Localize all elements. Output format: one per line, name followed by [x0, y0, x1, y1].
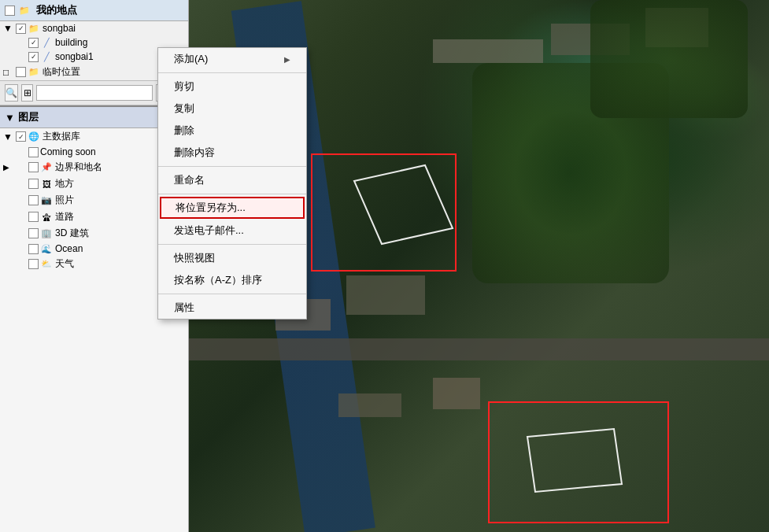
checkbox-songbai[interactable] [16, 24, 26, 34]
road-icon: 🛣 [40, 212, 53, 223]
menu-item-delete-content[interactable]: 删除内容 [158, 142, 306, 164]
label-borders: 边界和地名 [55, 161, 102, 174]
context-menu: 添加(A) 剪切 复制 删除 删除内容 重命名 将位置另存为... 发送电子邮件… [157, 47, 307, 320]
label-building: building [55, 37, 87, 48]
indent-db: ▼ [3, 131, 16, 142]
checkbox-songbai1[interactable] [28, 52, 39, 62]
label-photos: 照片 [55, 194, 74, 207]
label-coming-soon: Coming soon [40, 146, 96, 157]
menu-label-send-email: 发送电子邮件... [174, 224, 244, 238]
menu-item-send-email[interactable]: 发送电子邮件... [158, 220, 306, 242]
label-temp: 临时位置 [43, 65, 80, 79]
checkbox-3d-buildings[interactable] [28, 228, 39, 238]
menu-item-snapshot[interactable]: 快照视图 [158, 247, 306, 269]
checkbox-borders[interactable] [28, 162, 39, 172]
checkbox-roads[interactable] [28, 212, 39, 222]
separator-5 [158, 294, 306, 294]
shape-icon-building: ╱ [40, 37, 53, 48]
submenu-arrow-add [284, 55, 290, 64]
menu-label-copy: 复制 [174, 102, 194, 116]
label-db: 主数据库 [43, 130, 80, 143]
img-icon-places: 🖼 [40, 179, 53, 190]
label-songbai: songbai [43, 23, 76, 34]
svg-marker-1 [527, 429, 622, 492]
checkbox-temp[interactable] [16, 67, 26, 77]
label-weather: 天气 [55, 257, 74, 271]
menu-item-copy[interactable]: 复制 [158, 98, 306, 120]
building-icon: 🏢 [40, 228, 53, 239]
menu-label-cut: 剪切 [174, 79, 194, 94]
checkbox-building[interactable] [28, 38, 39, 48]
checkbox-places[interactable] [28, 179, 39, 189]
checkbox-coming-soon[interactable] [28, 147, 39, 157]
menu-item-save-as[interactable]: 将位置另存为... [160, 197, 305, 219]
label-roads: 道路 [55, 210, 74, 224]
menu-label-add: 添加(A) [174, 52, 208, 66]
menu-label-snapshot: 快照视图 [174, 251, 215, 265]
menu-label-rename: 重命名 [174, 173, 205, 187]
checkbox-weather[interactable] [28, 259, 39, 269]
img-icon-photos: 📷 [40, 195, 53, 206]
separator-3 [158, 194, 306, 194]
menu-label-delete: 删除 [174, 124, 194, 138]
globe-icon-db: 🌐 [28, 131, 40, 142]
view-button[interactable]: ⊞ [21, 84, 33, 102]
folder-header-icon: 📁 [18, 5, 31, 16]
menu-label-delete-content: 删除内容 [174, 146, 215, 160]
label-songbai1: songbai1 [55, 51, 94, 62]
menu-item-properties[interactable]: 属性 [158, 297, 306, 319]
checkbox-ocean[interactable] [28, 244, 39, 254]
menu-item-rename[interactable]: 重命名 [158, 169, 306, 191]
checkbox-db[interactable] [16, 131, 26, 142]
menu-label-save-as: 将位置另存为... [176, 201, 246, 215]
search-input[interactable] [36, 85, 153, 101]
tree-item-songbai[interactable]: ▼ 📁 songbai [0, 21, 188, 35]
menu-item-sort[interactable]: 按名称（A-Z）排序 [158, 269, 306, 291]
checkbox-photos[interactable] [28, 195, 39, 205]
search-button[interactable]: 🔍 [5, 84, 18, 102]
menu-label-sort: 按名称（A-Z）排序 [174, 273, 262, 287]
indent-4: □ [3, 67, 16, 78]
cloud-icon: ⛅ [40, 259, 53, 270]
ocean-icon: 🌊 [40, 243, 53, 254]
checkbox-header[interactable] [5, 6, 15, 16]
menu-label-properties: 属性 [174, 301, 194, 315]
my-places-header: 📁 我的地点 [0, 0, 188, 21]
svg-marker-0 [354, 165, 453, 244]
indent-1: ▼ [3, 23, 16, 34]
arrow-borders: ▶ [3, 163, 16, 172]
folder-icon-songbai: 📁 [28, 23, 40, 34]
label-ocean: Ocean [55, 243, 83, 254]
triangle-icon: ▼ [5, 112, 15, 124]
label-3d-buildings: 3D 建筑 [55, 227, 89, 240]
separator-1 [158, 72, 306, 73]
shape-icon-songbai1: ╱ [40, 51, 53, 62]
menu-item-cut[interactable]: 剪切 [158, 76, 306, 98]
layers-label: 图层 [18, 110, 39, 124]
label-places: 地方 [55, 177, 74, 190]
folder-icon-temp: 📁 [28, 67, 40, 78]
pin-icon-borders: 📌 [40, 162, 53, 173]
menu-item-add[interactable]: 添加(A) [158, 48, 306, 70]
my-places-label: 我的地点 [36, 3, 77, 17]
separator-4 [158, 244, 306, 245]
separator-2 [158, 166, 306, 167]
menu-item-delete[interactable]: 删除 [158, 120, 306, 142]
